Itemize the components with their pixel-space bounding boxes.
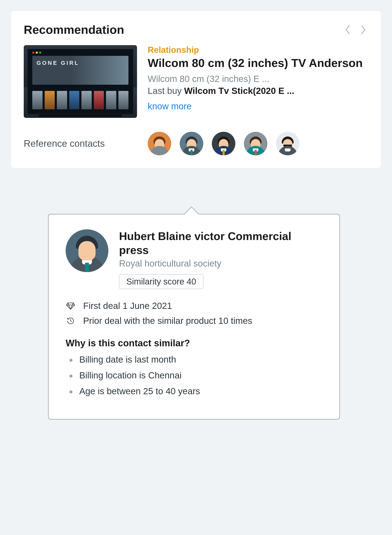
contact-avatar-3[interactable] [212, 132, 235, 155]
why-similar-title: Why is this contact similar? [66, 338, 322, 348]
diamond-icon [66, 302, 75, 310]
product-row: GONE GIRL Relationship Wilcom 80 cm (32 … [24, 45, 368, 118]
product-subtitle: Wilcom 80 cm (32 inches) E ... [148, 74, 368, 84]
fact-list: First deal 1 June 2021 Prior deal with t… [66, 301, 322, 326]
last-buy: Last buy Wilcom Tv Stick(2020 E ... [148, 86, 368, 96]
svg-marker-0 [66, 303, 75, 309]
reference-contacts-label: Reference contacts [24, 138, 148, 149]
product-tag: Relationship [148, 45, 368, 55]
contact-avatar-5[interactable] [276, 132, 299, 155]
last-buy-label: Last buy [148, 86, 184, 96]
product-meta: Relationship Wilcom 80 cm (32 inches) TV… [148, 45, 368, 111]
nav-arrows [343, 25, 368, 35]
product-image: GONE GIRL [24, 45, 137, 118]
contact-avatar-4[interactable] [244, 132, 267, 155]
avatars [148, 132, 299, 155]
chevron-left-icon [344, 24, 351, 35]
next-arrow[interactable] [358, 25, 368, 35]
chevron-right-icon [359, 24, 367, 35]
popover-header: Hubert Blaine victor Commercial press Ro… [66, 229, 322, 289]
popover-avatar [66, 229, 108, 272]
why-reason: Billing location is Chennai [66, 370, 322, 381]
last-buy-value: Wilcom Tv Stick(2020 E ... [184, 86, 294, 96]
prev-arrow[interactable] [343, 25, 353, 35]
popover-company: Royal horticultural society [119, 258, 322, 269]
card-title: Recommendation [24, 23, 124, 37]
fact-first-deal-text: First deal 1 June 2021 [83, 301, 172, 311]
contact-popover: Hubert Blaine victor Commercial press Ro… [48, 214, 340, 420]
why-reason: Age is between 25 to 40 years [66, 386, 322, 396]
popover-contact-name: Hubert Blaine victor Commercial press [119, 229, 322, 257]
why-reason: Billing date is last month [66, 355, 322, 365]
contact-avatar-1[interactable] [148, 132, 171, 155]
fact-prior-deal: Prior deal with the similar product 10 t… [66, 316, 322, 326]
contact-avatar-2[interactable] [180, 132, 203, 155]
know-more-link[interactable]: know more [148, 101, 191, 111]
similarity-score-badge: Similarity score 40 [119, 274, 204, 289]
fact-prior-deal-text: Prior deal with the similar product 10 t… [83, 316, 252, 326]
product-image-hero-title: GONE GIRL [37, 60, 79, 66]
card-header: Recommendation [24, 23, 368, 37]
history-icon [66, 316, 75, 325]
why-similar-list: Billing date is last month Billing locat… [66, 355, 322, 396]
reference-contacts-row: Reference contacts [24, 132, 368, 155]
popover-identity: Hubert Blaine victor Commercial press Ro… [119, 229, 322, 289]
recommendation-card: Recommendation GONE GIRL Relationship Wi… [11, 11, 381, 168]
fact-first-deal: First deal 1 June 2021 [66, 301, 322, 311]
product-name: Wilcom 80 cm (32 inches) TV Anderson [148, 56, 368, 70]
